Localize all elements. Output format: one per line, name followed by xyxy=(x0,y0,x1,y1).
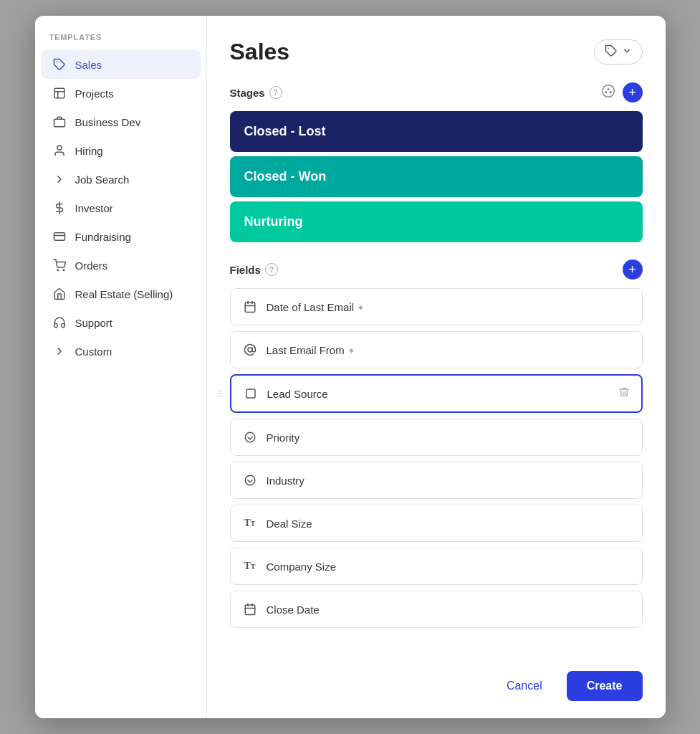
svg-point-21 xyxy=(219,391,220,392)
stages-list: Closed - LostClosed - WonNurturing xyxy=(230,111,643,242)
field-lead-source: Lead Source xyxy=(230,374,643,413)
svg-point-12 xyxy=(602,85,614,97)
fundraising-icon xyxy=(52,229,67,244)
tag-button[interactable] xyxy=(594,39,643,65)
last-email-from-icon xyxy=(242,342,258,358)
modal-overlay: TEMPLATES Sales Projects Business Dev Hi… xyxy=(0,0,700,734)
field-industry: Industry xyxy=(230,462,643,499)
svg-rect-7 xyxy=(54,233,64,241)
sidebar-item-label: Job Search xyxy=(75,173,130,186)
real-estate-icon xyxy=(52,287,67,301)
hiring-icon xyxy=(52,143,67,158)
svg-point-26 xyxy=(221,396,222,397)
stages-title: Stages ? xyxy=(230,86,282,99)
create-button[interactable]: Create xyxy=(567,671,643,701)
sidebar-item-real-estate[interactable]: Real Estate (Selling) xyxy=(41,280,201,308)
field-label: Industry xyxy=(267,475,631,487)
sidebar-item-label: Projects xyxy=(75,87,114,100)
field-priority: Priority xyxy=(230,419,643,456)
svg-point-22 xyxy=(221,391,222,392)
add-stage-button[interactable]: + xyxy=(623,82,643,103)
fields-title: Fields ? xyxy=(230,263,278,276)
sidebar-item-label: Support xyxy=(75,317,113,329)
sparkle-icon: ✦ xyxy=(347,345,355,356)
svg-point-13 xyxy=(605,91,606,92)
stage-closed-won[interactable]: Closed - Won xyxy=(230,156,643,197)
stage-nurturing[interactable]: Nurturing xyxy=(230,201,643,242)
main-header: Sales xyxy=(230,39,643,65)
deal-size-icon: TT xyxy=(242,515,258,531)
close-date-icon xyxy=(242,601,258,617)
svg-rect-4 xyxy=(54,119,64,127)
svg-point-25 xyxy=(219,396,220,397)
field-label: Lead Source xyxy=(267,388,610,400)
investor-icon xyxy=(52,201,67,215)
stage-closed-lost[interactable]: Closed - Lost xyxy=(230,111,643,152)
sidebar-item-label: Orders xyxy=(75,259,108,272)
sidebar-header: TEMPLATES xyxy=(35,33,206,50)
sidebar-item-orders[interactable]: Orders xyxy=(41,251,201,280)
svg-point-29 xyxy=(245,475,255,485)
field-close-date: Close Date xyxy=(230,591,643,628)
add-field-button[interactable]: + xyxy=(623,259,643,280)
field-last-email-from: Last Email From✦ xyxy=(230,331,643,368)
field-label: Priority xyxy=(267,432,631,444)
sidebar-item-fundraising[interactable]: Fundraising xyxy=(41,222,201,251)
field-label: Last Email From✦ xyxy=(267,344,631,356)
drag-handle[interactable] xyxy=(216,389,226,399)
field-date-of-last-email: Date of Last Email✦ xyxy=(230,288,643,325)
priority-icon xyxy=(242,429,258,445)
svg-point-14 xyxy=(608,88,609,90)
svg-rect-30 xyxy=(245,605,255,615)
field-label: Company Size xyxy=(267,561,631,573)
custom-icon xyxy=(52,344,67,358)
svg-point-5 xyxy=(57,146,62,150)
stages-help-icon[interactable]: ? xyxy=(269,86,282,99)
cancel-button[interactable]: Cancel xyxy=(494,672,555,700)
field-label: Close Date xyxy=(267,604,631,616)
fields-list: Date of Last Email✦ Last Email From✦ Lea… xyxy=(230,288,643,634)
sidebar-item-label: Sales xyxy=(75,59,102,71)
business-dev-icon xyxy=(52,115,67,129)
job-search-icon xyxy=(52,172,67,186)
svg-point-10 xyxy=(63,270,64,271)
sidebar-item-custom[interactable]: Custom xyxy=(41,337,201,366)
svg-point-20 xyxy=(248,348,252,352)
sidebar-item-label: Hiring xyxy=(75,145,103,157)
sidebar-item-support[interactable]: Support xyxy=(41,308,201,337)
sidebar-item-label: Fundraising xyxy=(75,231,131,243)
sidebar-item-hiring[interactable]: Hiring xyxy=(41,136,201,165)
sidebar-item-sales[interactable]: Sales xyxy=(41,50,201,79)
sidebar-item-label: Custom xyxy=(75,345,112,358)
support-icon xyxy=(52,315,67,330)
tag-chevron xyxy=(622,46,632,58)
field-label: Deal Size xyxy=(267,518,631,530)
field-label: Date of Last Email✦ xyxy=(267,301,631,313)
svg-point-28 xyxy=(245,432,255,442)
sidebar-item-investor[interactable]: Investor xyxy=(41,194,201,222)
svg-point-23 xyxy=(219,393,220,394)
main-content: Sales xyxy=(207,16,666,718)
sidebar-item-job-search[interactable]: Job Search xyxy=(41,165,201,194)
svg-rect-1 xyxy=(54,88,64,98)
fields-help-icon[interactable]: ? xyxy=(265,263,278,276)
projects-icon xyxy=(52,86,67,100)
sidebar-item-label: Investor xyxy=(75,202,113,214)
fields-section-header: Fields ? + xyxy=(230,259,643,280)
orders-icon xyxy=(52,258,67,272)
date-of-last-email-icon xyxy=(242,299,258,315)
svg-point-15 xyxy=(610,91,611,92)
sparkle-icon: ✦ xyxy=(357,302,365,313)
palette-icon[interactable] xyxy=(601,84,615,102)
field-company-size: TT Company Size xyxy=(230,548,643,585)
sidebar-item-label: Real Estate (Selling) xyxy=(75,288,173,300)
modal: TEMPLATES Sales Projects Business Dev Hi… xyxy=(35,16,666,718)
lead-source-icon xyxy=(243,386,259,401)
sales-icon xyxy=(52,57,67,72)
svg-point-9 xyxy=(57,270,59,271)
stages-section-header: Stages ? + xyxy=(230,82,643,103)
sidebar-item-projects[interactable]: Projects xyxy=(41,79,201,108)
sidebar-item-business-dev[interactable]: Business Dev xyxy=(41,108,201,136)
delete-field-icon[interactable] xyxy=(618,386,630,401)
industry-icon xyxy=(242,472,258,488)
